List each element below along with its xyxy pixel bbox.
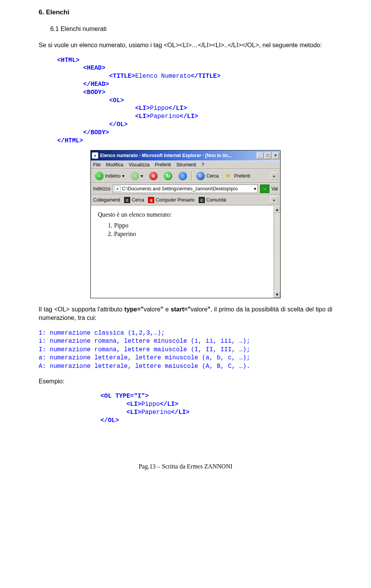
toolbar-separator xyxy=(191,172,192,180)
link-item[interactable]: c Cerca xyxy=(124,197,144,203)
code-block-2: <OL TYPE="I"> <LI>Pippo</LI> <LI>Paperin… xyxy=(100,392,332,424)
scroll-up-icon[interactable]: ▲ xyxy=(274,206,280,213)
code-line: <HEAD> xyxy=(57,65,106,72)
links-label: Collegamenti xyxy=(93,197,120,203)
list-item: Paperino xyxy=(114,231,273,238)
refresh-button[interactable]: ↻ xyxy=(162,171,174,181)
favorites-label: Preferiti xyxy=(234,173,250,179)
numtype-A: A: numerazione letterale, lettere maiusc… xyxy=(39,362,332,371)
minimize-button[interactable]: _ xyxy=(257,152,264,159)
link-icon: q xyxy=(148,197,154,203)
link-label: Cerca xyxy=(132,197,144,203)
esempio-label: Esempio: xyxy=(39,377,332,386)
browser-screenshot: e Elenco numerato - Microsoft Internet E… xyxy=(39,150,332,298)
code-line: </LI> xyxy=(180,113,198,120)
code-text: Elenco Numerato xyxy=(135,73,191,80)
menu-file[interactable]: File xyxy=(93,162,100,168)
stop-icon: × xyxy=(149,172,158,180)
menu-view[interactable]: Visualizza xyxy=(129,162,150,168)
ie-links-bar: Collegamenti c Cerca q Computer Presario… xyxy=(91,195,280,205)
scroll-track[interactable] xyxy=(274,213,280,291)
code-line: </OL> xyxy=(57,121,128,128)
numtype-i: i: numerazione romana, lettere minuscole… xyxy=(39,337,332,346)
code-line: </HTML> xyxy=(57,137,83,144)
maximize-button[interactable]: □ xyxy=(264,152,271,159)
page: 6. Elenchi 6.1 Elenchi numerati Se si vu… xyxy=(0,0,371,485)
ie-app-icon: e xyxy=(92,152,98,159)
intro-paragraph: Se si vuole un elenco numerato, usiamo i… xyxy=(39,41,332,50)
ie-titlebar: e Elenco numerato - Microsoft Internet E… xyxy=(91,150,280,161)
dropdown-icon[interactable]: ▾ xyxy=(254,186,256,191)
code-line: <LI> xyxy=(100,409,141,416)
links-overflow[interactable]: » xyxy=(270,196,278,204)
text: Il tag <OL> supporta l'attributo xyxy=(39,306,124,313)
dropdown-icon: ▾ xyxy=(141,173,143,179)
text: valore xyxy=(191,306,208,313)
code-line: </LI> xyxy=(171,409,189,416)
window-controls: _ □ × xyxy=(257,152,279,159)
back-icon: ← xyxy=(95,172,104,180)
code-text: Pippo xyxy=(141,401,160,408)
search-label: Cerca xyxy=(206,173,219,179)
toolbar-overflow[interactable]: » xyxy=(270,172,278,180)
code-line: <LI> xyxy=(57,105,150,112)
address-input[interactable]: e C:\Documents and Settings\ermes_zannon… xyxy=(113,185,258,193)
content-title: Questo è un elenco numerato: xyxy=(98,211,273,218)
intro-text-post: , nel seguente metodo: xyxy=(259,42,322,48)
search-icon: 🔍 xyxy=(196,172,205,180)
code-line: <HTML> xyxy=(57,57,80,64)
code-line: <LI> xyxy=(57,113,150,120)
back-label: Indietro xyxy=(105,173,121,179)
content-list: Pippo Paperino xyxy=(107,222,273,238)
scroll-down-icon[interactable]: ▼ xyxy=(274,291,280,298)
forward-button[interactable]: → ▾ xyxy=(129,171,145,181)
ie-menubar: File Modifica Visualizza Preferiti Strum… xyxy=(91,161,280,169)
home-icon: ⌂ xyxy=(179,172,187,180)
code-text: Pippo xyxy=(150,105,168,112)
ie-toolbar: ← Indietro ▾ → ▾ × ↻ ⌂ xyxy=(91,169,280,183)
scrollbar[interactable]: ▲ ▼ xyxy=(274,206,280,298)
code-line: <LI> xyxy=(100,401,141,408)
menu-tools[interactable]: Strumenti xyxy=(176,162,196,168)
code-line: </BODY> xyxy=(57,129,109,136)
address-label: Indirizzo xyxy=(93,186,111,191)
link-icon: c xyxy=(199,197,205,203)
code-line: </LI> xyxy=(168,105,187,112)
forward-icon: → xyxy=(131,172,139,180)
close-button[interactable]: × xyxy=(272,152,279,159)
numtype-1: 1: numerazione classica (1,2,3,…); xyxy=(39,329,332,338)
favorites-button[interactable]: ★ Preferiti xyxy=(223,171,252,181)
link-icon: c xyxy=(124,197,130,203)
stop-button[interactable]: × xyxy=(147,171,160,181)
ie-content-viewport: Questo è un elenco numerato: Pippo Paper… xyxy=(91,205,280,298)
paragraph-type-start: Il tag <OL> supporta l'attributo type="v… xyxy=(39,305,332,322)
code-line: <TITLE> xyxy=(57,73,135,80)
code-line: </LI> xyxy=(160,401,179,408)
menu-help[interactable]: ? xyxy=(202,162,204,168)
code-text: Paperino xyxy=(150,113,180,120)
code-line: </TITLE> xyxy=(191,73,221,80)
address-value: C:\Documents and Settings\ermes_zannoni\… xyxy=(122,186,238,191)
numtype-a: a: numerazione letterale, lettere minusc… xyxy=(39,354,332,362)
menu-edit[interactable]: Modifica xyxy=(106,162,123,168)
ie-title-text: Elenco numerato - Microsoft Internet Exp… xyxy=(100,153,257,158)
link-item[interactable]: c Comunità xyxy=(199,197,226,203)
intro-tags: <OL><LI>…</LI><LI>..</LI></OL> xyxy=(164,42,259,48)
text: valore xyxy=(144,306,161,313)
star-icon: ★ xyxy=(225,172,233,180)
link-item[interactable]: q Computer Presario xyxy=(148,197,195,203)
go-button[interactable]: → xyxy=(260,185,269,193)
attr-quote: " xyxy=(160,306,163,313)
code-line: <OL TYPE="I"> xyxy=(100,393,149,400)
back-button[interactable]: ← Indietro ▾ xyxy=(93,171,126,181)
attr-type: type=" xyxy=(124,306,144,313)
heading-2: 6.1 Elenchi numerati xyxy=(50,26,332,32)
code-line: </HEAD> xyxy=(57,81,109,88)
search-button[interactable]: 🔍 Cerca xyxy=(194,171,221,181)
ie-window: e Elenco numerato - Microsoft Internet E… xyxy=(90,150,281,298)
home-button[interactable]: ⌂ xyxy=(177,171,189,181)
menu-favorites[interactable]: Preferiti xyxy=(155,162,171,168)
link-label: Computer Presario xyxy=(156,197,195,203)
list-item: Pippo xyxy=(114,222,273,229)
code-text: Paperino xyxy=(141,409,171,416)
